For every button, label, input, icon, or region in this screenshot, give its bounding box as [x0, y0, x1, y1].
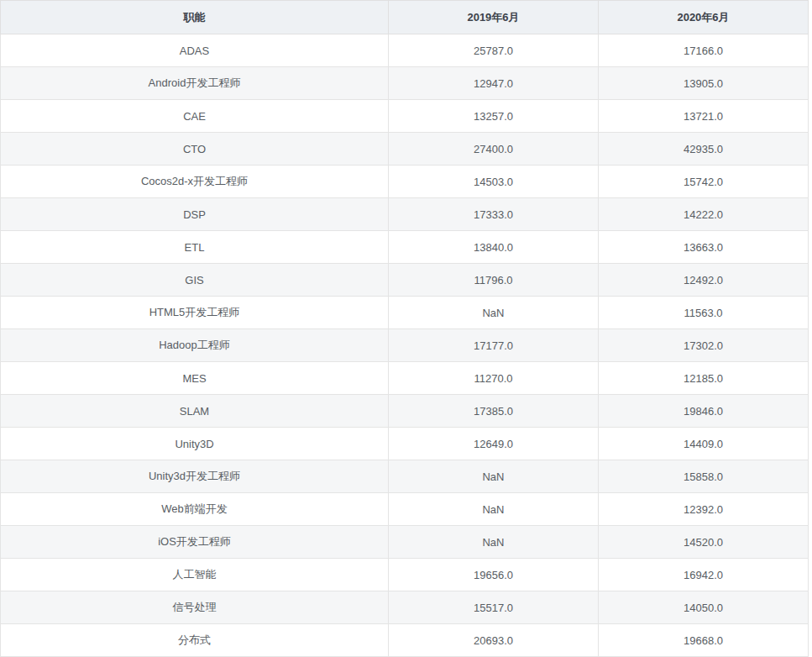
table-row: DSP 17333.0 14222.0: [1, 198, 809, 231]
value-2020-cell: 19668.0: [599, 624, 809, 657]
value-2019-cell: 13257.0: [389, 100, 599, 133]
value-2019-cell: 19656.0: [389, 559, 599, 591]
salary-table: 职能 2019年6月 2020年6月 ADAS 25787.0 17166.0 …: [0, 0, 809, 657]
value-2020-cell: 14050.0: [599, 591, 809, 624]
value-2019-cell: 17333.0: [389, 198, 599, 231]
role-cell: Hadoop工程师: [1, 329, 389, 362]
value-2019-cell: 12947.0: [389, 67, 599, 100]
role-cell: 信号处理: [1, 591, 389, 624]
value-2019-cell: 20693.0: [389, 624, 599, 657]
table-row: 人工智能 19656.0 16942.0: [1, 559, 809, 591]
role-cell: CAE: [1, 100, 389, 133]
role-cell: GIS: [1, 264, 389, 297]
table-row: Unity3d开发工程师 NaN 15858.0: [1, 460, 809, 493]
table-row: HTML5开发工程师 NaN 11563.0: [1, 297, 809, 329]
value-2019-cell: 15517.0: [389, 591, 599, 624]
table-row: GIS 11796.0 12492.0: [1, 264, 809, 297]
role-cell: HTML5开发工程师: [1, 297, 389, 329]
table-body: ADAS 25787.0 17166.0 Android开发工程师 12947.…: [1, 34, 809, 657]
value-2019-cell: NaN: [389, 297, 599, 329]
value-2020-cell: 16942.0: [599, 559, 809, 591]
value-2020-cell: 11563.0: [599, 297, 809, 329]
table-row: Unity3D 12649.0 14409.0: [1, 428, 809, 460]
table-row: Cocos2d-x开发工程师 14503.0 15742.0: [1, 166, 809, 198]
table-row: MES 11270.0 12185.0: [1, 362, 809, 395]
value-2020-cell: 12392.0: [599, 493, 809, 526]
value-2020-cell: 15858.0: [599, 460, 809, 493]
value-2019-cell: 12649.0: [389, 428, 599, 460]
value-2020-cell: 19846.0: [599, 395, 809, 428]
value-2019-cell: NaN: [389, 460, 599, 493]
table-row: Android开发工程师 12947.0 13905.0: [1, 67, 809, 100]
column-header-2019-06: 2019年6月: [389, 1, 599, 34]
value-2020-cell: 14409.0: [599, 428, 809, 460]
role-cell: Cocos2d-x开发工程师: [1, 166, 389, 198]
table-row: Web前端开发 NaN 12392.0: [1, 493, 809, 526]
role-cell: 人工智能: [1, 559, 389, 591]
role-cell: DSP: [1, 198, 389, 231]
page: 职能 2019年6月 2020年6月 ADAS 25787.0 17166.0 …: [0, 0, 812, 657]
role-cell: MES: [1, 362, 389, 395]
table-row: Hadoop工程师 17177.0 17302.0: [1, 329, 809, 362]
table-row: ADAS 25787.0 17166.0: [1, 34, 809, 67]
value-2019-cell: 13840.0: [389, 231, 599, 264]
table-row: SLAM 17385.0 19846.0: [1, 395, 809, 428]
value-2019-cell: 11270.0: [389, 362, 599, 395]
role-cell: CTO: [1, 133, 389, 166]
header-row: 职能 2019年6月 2020年6月: [1, 1, 809, 34]
value-2019-cell: 11796.0: [389, 264, 599, 297]
value-2020-cell: 17302.0: [599, 329, 809, 362]
table-row: 信号处理 15517.0 14050.0: [1, 591, 809, 624]
table-row: iOS开发工程师 NaN 14520.0: [1, 526, 809, 559]
role-cell: Web前端开发: [1, 493, 389, 526]
table-row: ETL 13840.0 13663.0: [1, 231, 809, 264]
value-2019-cell: 14503.0: [389, 166, 599, 198]
value-2019-cell: NaN: [389, 493, 599, 526]
value-2020-cell: 15742.0: [599, 166, 809, 198]
value-2020-cell: 12492.0: [599, 264, 809, 297]
role-cell: SLAM: [1, 395, 389, 428]
value-2019-cell: 27400.0: [389, 133, 599, 166]
table-row: CAE 13257.0 13721.0: [1, 100, 809, 133]
column-header-role: 职能: [1, 1, 389, 34]
value-2020-cell: 14520.0: [599, 526, 809, 559]
role-cell: ADAS: [1, 34, 389, 67]
value-2020-cell: 17166.0: [599, 34, 809, 67]
value-2020-cell: 13905.0: [599, 67, 809, 100]
role-cell: Android开发工程师: [1, 67, 389, 100]
role-cell: Unity3d开发工程师: [1, 460, 389, 493]
value-2020-cell: 42935.0: [599, 133, 809, 166]
value-2020-cell: 14222.0: [599, 198, 809, 231]
value-2020-cell: 13663.0: [599, 231, 809, 264]
value-2019-cell: 17385.0: [389, 395, 599, 428]
role-cell: iOS开发工程师: [1, 526, 389, 559]
column-header-2020-06: 2020年6月: [599, 1, 809, 34]
value-2020-cell: 12185.0: [599, 362, 809, 395]
table-row: 分布式 20693.0 19668.0: [1, 624, 809, 657]
table-row: CTO 27400.0 42935.0: [1, 133, 809, 166]
value-2020-cell: 13721.0: [599, 100, 809, 133]
role-cell: 分布式: [1, 624, 389, 657]
value-2019-cell: NaN: [389, 526, 599, 559]
role-cell: Unity3D: [1, 428, 389, 460]
value-2019-cell: 25787.0: [389, 34, 599, 67]
role-cell: ETL: [1, 231, 389, 264]
value-2019-cell: 17177.0: [389, 329, 599, 362]
